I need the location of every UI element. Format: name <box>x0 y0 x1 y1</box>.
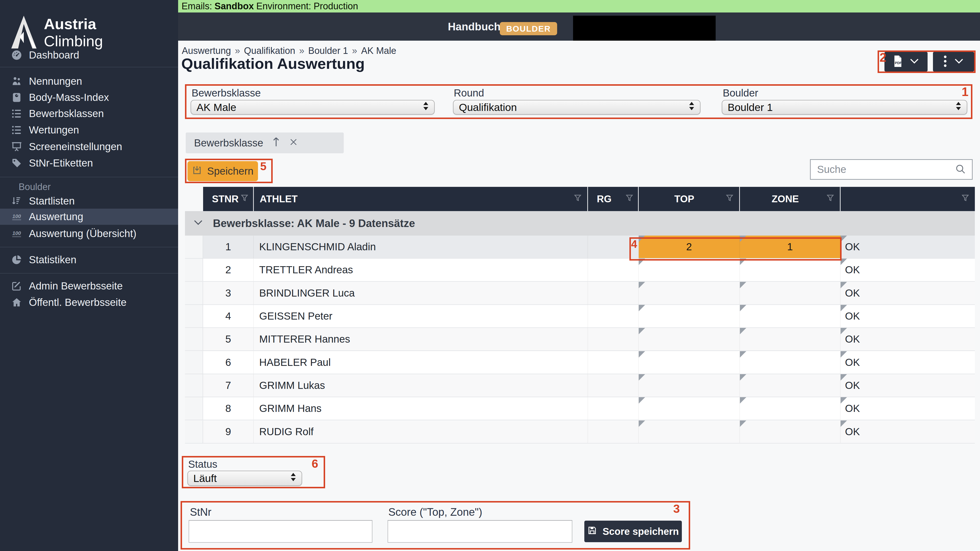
table-row[interactable]: 7 GRIMM Lukas OK <box>185 374 975 397</box>
more-actions-button[interactable] <box>933 52 974 71</box>
sidebar-item-label: StNr-Etiketten <box>29 157 93 169</box>
breadcrumb-item[interactable]: AK Male <box>361 46 396 56</box>
list-icon <box>11 108 22 119</box>
cell-status[interactable]: OK <box>841 374 975 397</box>
sidebar-divider <box>0 247 178 247</box>
sidebar-item-auswertung[interactable]: 100 Auswertung <box>0 209 178 225</box>
column-header-athlet[interactable]: ATHLET <box>254 187 588 211</box>
sidebar-item-body-mass-index[interactable]: Body-Mass-Index <box>0 89 178 106</box>
row-gutter <box>185 351 203 374</box>
grouping-chip-bewerbsklasse[interactable]: Bewerbsklasse <box>186 132 344 153</box>
filter-icon[interactable] <box>961 193 970 205</box>
table-row[interactable]: 1 KLINGENSCHMID Aladin 2 1 OK <box>185 236 975 259</box>
search-input[interactable] <box>816 164 955 176</box>
table-row[interactable]: 3 BRINDLINGER Luca OK <box>185 282 975 305</box>
logo[interactable]: Austria Climbing <box>10 14 167 51</box>
boulder-select-value: Boulder 1 <box>728 102 773 113</box>
column-header-stnr[interactable]: STNR <box>203 187 254 211</box>
cell-status[interactable]: OK <box>841 351 975 374</box>
cell-zone[interactable] <box>740 351 841 374</box>
cell-athlet: TRETTLER Andreas <box>254 259 588 281</box>
sidebar-item-statistiken[interactable]: Statistiken <box>0 252 178 268</box>
sidebar-item-nennungen[interactable]: Nennungen <box>0 73 178 89</box>
cell-stnr: 1 <box>203 236 254 258</box>
stnr-input[interactable] <box>189 521 372 542</box>
svg-text:PDF: PDF <box>895 61 902 65</box>
sidebar-item-startlisten[interactable]: Startlisten <box>0 193 178 209</box>
cell-athlet: GEISSEN Peter <box>254 305 588 327</box>
column-header-zone[interactable]: ZONE <box>740 187 841 211</box>
cell-stnr: 3 <box>203 282 254 304</box>
round-select[interactable]: Qualifikation <box>453 100 700 114</box>
filter-icon[interactable] <box>625 193 634 205</box>
table-row[interactable]: 5 MITTERER Hannes OK <box>185 328 975 351</box>
sidebar-item-wertungen[interactable]: Wertungen <box>0 122 178 138</box>
chevron-down-icon <box>954 58 964 66</box>
cell-top[interactable]: 2 <box>639 236 740 258</box>
cell-top[interactable] <box>639 282 740 304</box>
sidebar-item-screeneinstellungen[interactable]: Screeneinstellungen <box>0 139 178 155</box>
table-row[interactable]: 9 RUDIG Rolf OK <box>185 421 975 443</box>
handbuch-link[interactable]: Handbuch <box>448 13 501 41</box>
cell-top[interactable] <box>639 351 740 374</box>
cell-zone[interactable] <box>740 421 841 443</box>
sidebar-item-stnr-etiketten[interactable]: StNr-Etiketten <box>0 155 178 171</box>
table-group-row[interactable]: Bewerbsklasse: AK Male - 9 Datensätze <box>185 211 975 236</box>
status-select[interactable]: Läuft <box>188 471 302 486</box>
column-header-actions[interactable] <box>841 187 975 211</box>
score-save-button[interactable]: Score speichern <box>584 521 682 542</box>
bewerbsklasse-select[interactable]: AK Male <box>191 100 434 114</box>
export-pdf-button[interactable]: PDF <box>885 52 928 71</box>
column-header-rg[interactable]: RG <box>588 187 639 211</box>
sidebar-item-auswertung-uebersicht[interactable]: 100 Auswertung (Übersicht) <box>0 225 178 242</box>
sidebar-item-oeffentl-bewerbsseite[interactable]: Öffentl. Bewerbsseite <box>0 294 178 311</box>
round-select-value: Qualifikation <box>459 102 517 113</box>
score-input[interactable] <box>388 521 572 542</box>
column-header-top[interactable]: TOP <box>639 187 740 211</box>
row-gutter <box>185 282 203 304</box>
sidebar-item-admin-bewerbsseite[interactable]: Admin Bewerbsseite <box>0 278 178 294</box>
breadcrumb-item[interactable]: Boulder 1 <box>308 46 348 56</box>
select-spinner-icon <box>689 101 695 113</box>
sidebar-divider <box>0 177 178 177</box>
table-row[interactable]: 2 TRETTLER Andreas OK <box>185 259 975 282</box>
filter-icon[interactable] <box>240 193 249 205</box>
cell-zone[interactable]: 1 <box>740 236 841 258</box>
cell-top[interactable] <box>639 421 740 443</box>
table-row[interactable]: 4 GEISSEN Peter OK <box>185 305 975 328</box>
sidebar-item-bewerbsklassen[interactable]: Bewerbsklassen <box>0 106 178 122</box>
save-button[interactable]: Speichern <box>188 161 258 181</box>
cell-status[interactable]: OK <box>841 282 975 304</box>
filter-icon[interactable] <box>826 193 835 205</box>
breadcrumb-item[interactable]: Auswertung <box>182 46 231 56</box>
cell-top[interactable] <box>639 328 740 351</box>
collapse-chevron-icon[interactable] <box>193 219 203 227</box>
cell-status[interactable]: OK <box>841 328 975 351</box>
boulder-select[interactable]: Boulder 1 <box>722 100 967 114</box>
table-row[interactable]: 8 GRIMM Hans OK <box>185 397 975 420</box>
search-icon[interactable] <box>955 164 966 176</box>
cell-zone[interactable] <box>740 305 841 327</box>
cell-status[interactable]: OK <box>841 421 975 443</box>
cell-top[interactable] <box>639 305 740 327</box>
cell-status[interactable]: OK <box>841 259 975 281</box>
cell-top[interactable] <box>639 374 740 397</box>
cell-status[interactable]: OK <box>841 397 975 420</box>
cell-zone[interactable] <box>740 397 841 420</box>
cell-top[interactable] <box>639 259 740 281</box>
cell-top[interactable] <box>639 397 740 420</box>
filter-icon[interactable] <box>573 193 582 205</box>
cell-zone[interactable] <box>740 328 841 351</box>
cell-status[interactable]: OK <box>841 305 975 327</box>
sidebar-item-label: Bewerbsklassen <box>29 108 104 119</box>
filter-icon[interactable] <box>725 193 734 205</box>
remove-grouping-icon[interactable] <box>289 137 298 149</box>
sort-ascending-icon[interactable] <box>272 137 280 149</box>
sidebar-item-dashboard[interactable]: Dashboard <box>0 47 178 63</box>
cell-status[interactable]: OK <box>841 236 975 258</box>
breadcrumb-item[interactable]: Qualifikation <box>244 46 295 56</box>
cell-zone[interactable] <box>740 282 841 304</box>
cell-zone[interactable] <box>740 259 841 281</box>
table-row[interactable]: 6 HABELER Paul OK <box>185 351 975 374</box>
cell-zone[interactable] <box>740 374 841 397</box>
